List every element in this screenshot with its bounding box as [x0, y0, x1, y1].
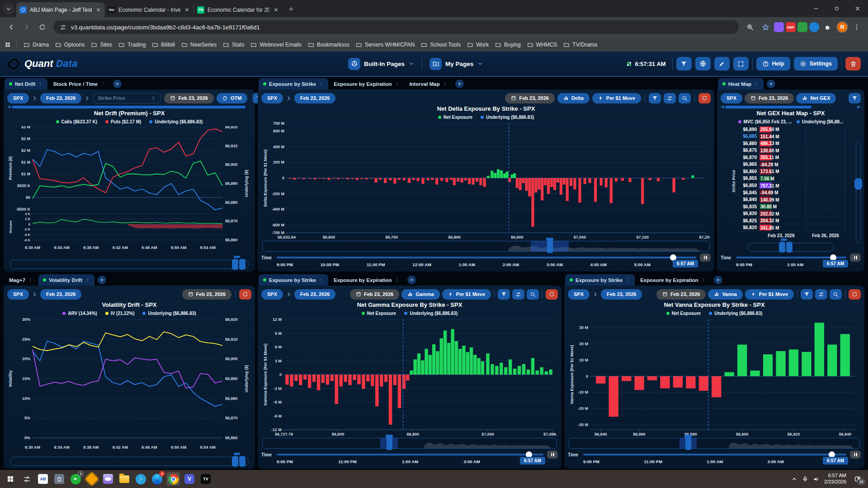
tab-close-icon[interactable]: ✕: [184, 7, 190, 13]
browser-tab[interactable]: ABJ Main Page - Jeff Testing✕: [16, 2, 105, 17]
help-button[interactable]: Help: [756, 57, 790, 70]
pill-feb-23-2026[interactable]: Feb 23, 2026: [294, 93, 335, 103]
taskbar-app-files[interactable]: [118, 472, 131, 486]
bookmark-item[interactable]: School Tools: [418, 40, 464, 49]
pill-spx[interactable]: SPX: [261, 289, 283, 300]
heatmap-grid[interactable]: Strike Price $6,890255.60 M$6,885151.44 …: [734, 126, 845, 231]
zoom-button[interactable]: [830, 289, 842, 300]
bookmark-item[interactable]: NewSeries: [178, 40, 220, 49]
bookmark-item[interactable]: Bilibili: [149, 40, 178, 49]
notification-center[interactable]: 10: [851, 473, 864, 485]
heatmap-row[interactable]: $6,8557.56 M: [734, 175, 845, 183]
tune-button[interactable]: [512, 289, 524, 300]
panel-tab-net-drift[interactable]: Net Drift: [5, 78, 47, 89]
chart-navigator[interactable]: [569, 438, 860, 449]
bookmark-item[interactable]: Sites: [88, 40, 115, 49]
pill-per-$1-move[interactable]: Per $1 Move: [442, 289, 491, 300]
taskbar-app-photos[interactable]: [101, 472, 115, 486]
add-tab-button[interactable]: [407, 276, 416, 284]
pill-spx[interactable]: SPX: [568, 289, 590, 300]
tab-menu-dots-icon[interactable]: [395, 81, 400, 86]
zoom-brush[interactable]: [10, 260, 249, 269]
browser-tab[interactable]: FBEconomic Calendar for 2026 - F✕: [194, 2, 283, 17]
zoom-brush[interactable]: [10, 457, 249, 466]
heatmap-row[interactable]: $6,860173.61 M: [734, 168, 845, 175]
tab-close-icon[interactable]: ✕: [273, 7, 279, 13]
profile-avatar[interactable]: N: [836, 21, 848, 33]
refresh-button[interactable]: [239, 289, 251, 300]
tab-menu-dots-icon[interactable]: [38, 81, 43, 86]
bookmark-item[interactable]: Drama: [20, 40, 52, 49]
pill-delta[interactable]: Delta: [557, 93, 590, 103]
funnel-button[interactable]: [649, 93, 661, 103]
heatmap-row[interactable]: $6,845-94.69 M: [734, 189, 845, 197]
refresh-button[interactable]: [546, 289, 558, 300]
reload-button[interactable]: [35, 20, 49, 34]
heatmap-row[interactable]: $6,83530.85 M: [734, 203, 845, 211]
tab-menu-dots-icon[interactable]: [28, 277, 33, 282]
pill-spx[interactable]: SPX: [7, 93, 29, 103]
panel-tab-stock-price-time[interactable]: Stock Price / Time: [48, 78, 110, 89]
fullscreen-button[interactable]: [733, 57, 749, 70]
add-tab-button[interactable]: [714, 276, 722, 284]
refresh-button[interactable]: [698, 93, 711, 103]
taskbar-app-lock[interactable]: [52, 472, 66, 486]
pill-otm[interactable]: OTM: [217, 93, 247, 103]
my-pages-menu[interactable]: My Pages: [429, 58, 483, 70]
start-button[interactable]: [4, 472, 17, 486]
horizontal-scrollbar[interactable]: ◀: [7, 105, 251, 109]
forward-button[interactable]: [20, 20, 33, 34]
extensions-puzzle-icon[interactable]: [821, 20, 835, 34]
panel-tab-mag-7[interactable]: Mag+7: [5, 274, 38, 286]
bookmark-item[interactable]: Buying: [492, 40, 524, 49]
tab-menu-dots-icon[interactable]: [701, 277, 706, 282]
bookmark-item[interactable]: Trading: [115, 40, 149, 49]
funnel-button[interactable]: [849, 93, 861, 103]
edit-button[interactable]: [714, 57, 730, 70]
date-picker-button[interactable]: Feb 23, 2026: [505, 93, 554, 103]
gamma-chart[interactable]: 12 M9 M6 M3 M0-3 M-6 M-9 M-12 M$6,727.79…: [261, 318, 558, 436]
panel-tab-volatility-drift[interactable]: Volatility Drift: [38, 274, 94, 286]
heatmap-row[interactable]: $6,875130.60 M: [734, 147, 845, 155]
date-picker-button[interactable]: Feb 23, 2026: [350, 289, 399, 300]
bookmark-item[interactable]: TV/Drama: [560, 40, 600, 49]
tab-menu-dots-icon[interactable]: [395, 277, 400, 282]
zoom-button[interactable]: [679, 93, 691, 103]
green-extension-icon[interactable]: [797, 22, 807, 32]
heatmap-row[interactable]: $6,830202.02 M: [734, 210, 845, 217]
vanna-chart[interactable]: 30 M20 M10 M0-10 M-20 M-30 M$6,845$6,860…: [568, 318, 861, 436]
tab-menu-dots-icon[interactable]: [100, 81, 105, 86]
add-tab-button[interactable]: [113, 80, 122, 88]
time-track[interactable]: [583, 454, 846, 455]
heatmap-row[interactable]: $6,840140.09 M: [734, 196, 845, 203]
address-bar[interactable]: v3.quantdata.us/page/custom/3bdaa9b2-c8d…: [53, 20, 739, 34]
panel-tab-heat-map[interactable]: Heat Map: [718, 78, 764, 89]
strike-price-select[interactable]: Strike Price: [93, 93, 161, 103]
pill-feb-23-2026[interactable]: Feb 23, 2026: [40, 289, 81, 300]
time-track[interactable]: [736, 257, 846, 258]
bookmark-item[interactable]: Stats: [220, 40, 247, 49]
purple-extension-icon[interactable]: [774, 22, 784, 32]
date-picker-button[interactable]: Feb 23, 2026: [164, 93, 213, 103]
tab-menu-dots-icon[interactable]: [625, 277, 630, 282]
close-button[interactable]: [847, 0, 868, 17]
panel-tab-interval-map[interactable]: Interval Map: [405, 78, 452, 89]
volatility-chart[interactable]: 30%25%20%15%10%5%0%$6,920$6,910$6,900$6,…: [7, 318, 251, 455]
tune-button[interactable]: [815, 289, 827, 300]
taskbar-app-chrome[interactable]: [166, 472, 180, 486]
bookmark-item[interactable]: WHMCS: [524, 40, 561, 49]
tab-menu-dots-icon[interactable]: [754, 81, 759, 86]
tab-menu-dots-icon[interactable]: [85, 277, 90, 282]
panel-tab-exposure-by-expiration[interactable]: Exposure by Expiration: [636, 274, 710, 286]
panel-tab-exposure-by-strike[interactable]: Exposure by Strike: [259, 78, 328, 89]
bookmark-item[interactable]: Servers WHM/CPAN: [353, 40, 418, 49]
net-drift-chart[interactable]: $3 M$2 M$2 M$1 M$1 M$500 K$0-$500 K4 K2 …: [7, 126, 251, 258]
heatmap-row[interactable]: $6,850767.31 M: [734, 182, 845, 189]
time-track[interactable]: [277, 257, 696, 258]
add-tab-button[interactable]: [98, 276, 106, 284]
pause-button[interactable]: [850, 253, 861, 262]
blue-extension-icon[interactable]: [809, 22, 819, 32]
tune-button[interactable]: [664, 93, 676, 103]
filter-button[interactable]: [676, 57, 692, 70]
taskbar-clock[interactable]: 6:57 AM 2/23/2026: [824, 473, 846, 485]
